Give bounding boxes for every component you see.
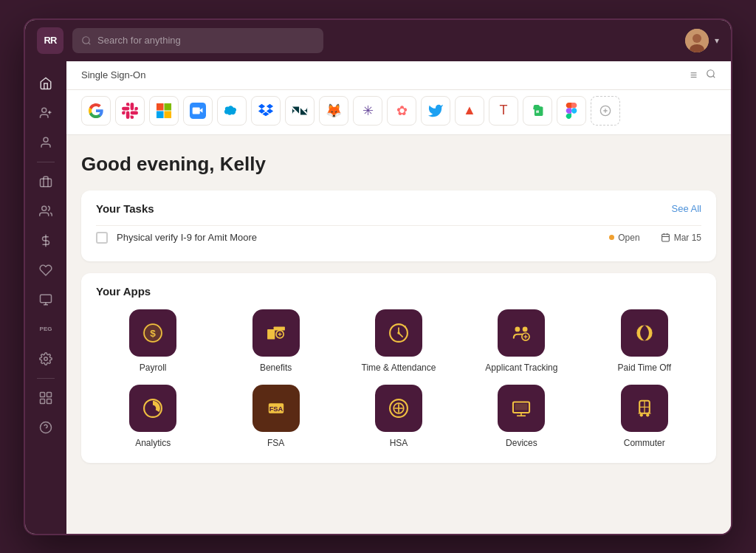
apps-title: Your Apps (96, 285, 701, 298)
sso-app12[interactable]: ▲ (455, 96, 484, 126)
sidebar-item-peg[interactable]: PEG (32, 316, 59, 343)
task-date-text: Mar 15 (674, 233, 701, 243)
svg-point-48 (523, 326, 528, 332)
svg-point-70 (639, 413, 642, 416)
sidebar-item-team[interactable] (32, 198, 59, 224)
sidebar-item-settings[interactable] (32, 346, 59, 372)
svg-rect-32 (662, 234, 669, 241)
svg-rect-27 (164, 111, 171, 118)
app-window: RR Search for anything ▾ (24, 18, 732, 535)
svg-point-0 (83, 36, 89, 43)
app-applicant-tracking[interactable]: Applicant Tracking (464, 309, 578, 373)
sidebar-item-dollar[interactable] (32, 227, 59, 254)
sso-dropbox[interactable] (251, 96, 281, 126)
svg-rect-26 (157, 111, 164, 118)
sidebar-item-org[interactable] (32, 385, 59, 411)
sso-twitter[interactable] (421, 96, 450, 126)
main-content: Good evening, Kelly Your Tasks See All P… (66, 135, 731, 478)
apps-card: Your Apps $ Payroll (81, 273, 716, 463)
svg-point-15 (44, 357, 48, 360)
apps-grid: $ Payroll (96, 309, 701, 448)
sso-pinwheel[interactable]: ✿ (387, 96, 416, 126)
sso-zendesk[interactable] (285, 96, 315, 126)
app-label-devices: Devices (506, 438, 537, 448)
svg-rect-24 (157, 103, 164, 110)
task-item: Physical verify I-9 for Amit Moore Open … (96, 225, 701, 250)
content-area: Single Sign-On ≡ (66, 61, 731, 534)
sso-app13[interactable]: T (489, 96, 518, 126)
tasks-title: Your Tasks (96, 202, 154, 215)
sso-app9[interactable]: ✳ (353, 96, 382, 126)
sidebar-divider-1 (37, 162, 55, 162)
sidebar-item-briefcase[interactable] (32, 168, 59, 195)
search-bar[interactable]: Search for anything (72, 28, 323, 53)
sso-app8[interactable]: 🦊 (319, 96, 348, 126)
app-icon-applicant-tracking (498, 309, 545, 357)
sso-search-icon[interactable] (706, 69, 716, 82)
sidebar-item-user[interactable] (32, 129, 59, 156)
sso-google[interactable] (81, 96, 111, 126)
tasks-card: Your Tasks See All Physical verify I-9 f… (81, 190, 716, 261)
search-placeholder: Search for anything (97, 35, 181, 46)
app-icon-analytics (129, 385, 176, 432)
see-all-link[interactable]: See All (672, 203, 701, 214)
chevron-down-icon[interactable]: ▾ (715, 35, 719, 46)
sidebar-item-screen[interactable] (32, 286, 59, 313)
svg-rect-12 (41, 295, 52, 303)
sso-add-button[interactable] (591, 96, 620, 126)
app-payroll[interactable]: $ Payroll (96, 309, 210, 373)
status-dot (609, 235, 614, 240)
search-icon (81, 35, 92, 46)
task-label: Physical verify I-9 for Amit Moore (117, 232, 600, 243)
app-fsa[interactable]: FSA FSA (219, 385, 332, 448)
sso-slack[interactable] (115, 96, 145, 126)
svg-point-71 (646, 413, 649, 416)
app-icon-fsa: FSA (252, 385, 300, 432)
titlebar: RR Search for anything ▾ (25, 20, 731, 61)
app-label-fsa: FSA (267, 438, 284, 448)
sidebar-item-home[interactable] (32, 70, 59, 97)
app-icon-devices (498, 385, 545, 432)
app-label-payroll: Payroll (140, 363, 167, 373)
app-icon-payroll: $ (129, 309, 176, 357)
svg-rect-66 (515, 404, 528, 411)
svg-point-47 (515, 326, 520, 332)
sidebar-item-heart[interactable] (32, 257, 59, 284)
sso-evernote[interactable] (523, 96, 552, 126)
app-label-applicant-tracking: Applicant Tracking (485, 363, 557, 373)
svg-rect-25 (164, 103, 171, 110)
app-hsa[interactable]: HSA (342, 385, 456, 448)
svg-rect-18 (41, 399, 45, 403)
sso-salesforce[interactable] (217, 96, 247, 126)
svg-rect-16 (41, 392, 45, 396)
sidebar-item-help[interactable] (32, 414, 59, 441)
app-label-analytics: Analytics (135, 438, 171, 448)
svg-text:$: $ (150, 328, 156, 339)
app-commuter[interactable]: Commuter (588, 385, 701, 448)
app-time-attendance[interactable]: Time & Attendance (342, 309, 456, 373)
sso-microsoft[interactable] (149, 96, 179, 126)
greeting-text: Good evening, Kelly (81, 153, 716, 176)
app-devices[interactable]: Devices (464, 385, 578, 448)
sso-zoom[interactable] (183, 96, 213, 126)
app-label-paid-time-off: Paid Time Off (618, 363, 671, 373)
sidebar-divider-2 (37, 378, 55, 379)
logo: RR (37, 27, 63, 54)
svg-rect-39 (267, 329, 275, 339)
app-analytics[interactable]: Analytics (96, 385, 210, 448)
sso-figma[interactable] (557, 96, 586, 126)
app-paid-time-off[interactable]: Paid Time Off (588, 309, 701, 373)
app-icon-benefits (252, 309, 300, 357)
task-checkbox[interactable] (96, 232, 108, 244)
avatar[interactable] (685, 29, 709, 52)
app-label-hsa: HSA (390, 438, 408, 448)
app-benefits[interactable]: Benefits (219, 309, 332, 373)
sidebar-item-add-user[interactable] (32, 100, 59, 126)
filter-icon[interactable]: ≡ (690, 69, 697, 82)
svg-point-22 (707, 69, 714, 76)
svg-text:FSA: FSA (269, 405, 283, 413)
sso-title: Single Sign-On (81, 69, 145, 80)
app-icon-time-attendance (375, 309, 422, 357)
svg-point-8 (44, 137, 48, 142)
sidebar: PEG (25, 61, 66, 534)
